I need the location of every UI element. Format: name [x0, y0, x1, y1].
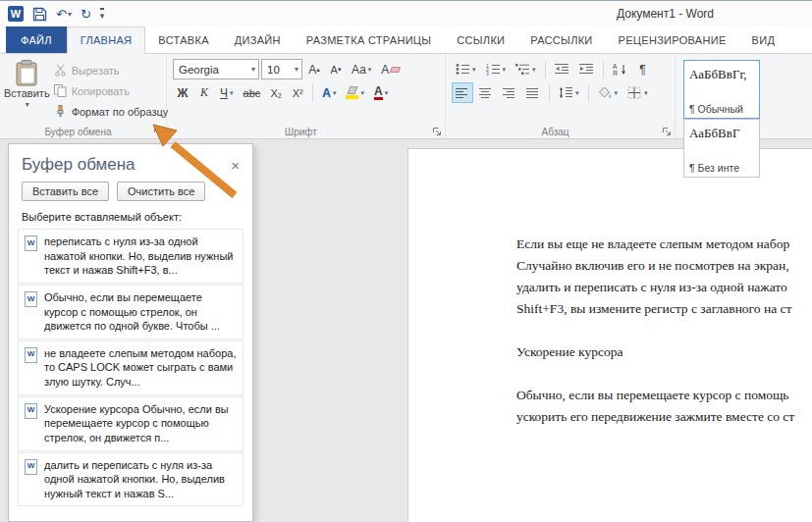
- tab-file[interactable]: ФАЙЛ: [6, 26, 67, 53]
- word-doc-icon: W: [25, 347, 37, 363]
- chevron-down-icon: ▾: [100, 11, 105, 21]
- decrease-indent-button[interactable]: [551, 59, 573, 79]
- tab-insert[interactable]: ВСТАВКА: [145, 26, 221, 53]
- highlight-button[interactable]: ▾: [342, 82, 368, 103]
- style-name: ¶ Без инте: [689, 162, 754, 174]
- font-row-2: Ж К Ч▾ abc X₂ X² А▾ ▾ А▾: [173, 82, 439, 103]
- chevron-down-icon: ▾: [295, 65, 298, 74]
- numbering-icon: 123: [486, 63, 501, 76]
- line-spacing-button[interactable]: ▾: [555, 82, 583, 103]
- chevron-down-icon: ▾: [360, 89, 364, 97]
- clipboard-dialog-launcher[interactable]: [153, 127, 163, 136]
- paragraph-row-1: ▾ 123 ▾ ▾ АЯ ¶: [452, 59, 669, 79]
- styles-group: АаБбВвГг, ¶ Обычный АаБбВвГ ¶ Без инте: [676, 54, 812, 138]
- multilevel-list-button[interactable]: ▾: [512, 59, 540, 79]
- shading-button[interactable]: ▾: [594, 82, 623, 103]
- tab-home[interactable]: ГЛАВНАЯ: [67, 26, 146, 54]
- word-doc-icon: W: [25, 459, 37, 475]
- clipboard-item[interactable]: W переписать с нуля из-за одной нажатой …: [18, 229, 244, 284]
- clipboard-item[interactable]: W Ускорение курсора Обычно, если вы пере…: [18, 396, 244, 451]
- title-bar: W ↶▾ ↻ ▾ Документ1 - Word: [0, 1, 812, 26]
- font-row-1: Georgia ▾ 10 ▾ А▴ А▾ Аа▾ А: [173, 59, 439, 79]
- cut-button[interactable]: Вырезать: [50, 60, 173, 80]
- dialog-launcher-icon: [432, 127, 442, 136]
- font-family-select[interactable]: Georgia ▾: [173, 59, 259, 79]
- chevron-down-icon: ▾: [472, 66, 476, 74]
- clipboard-item-text: далить и переписать с нуля из-за одной н…: [44, 458, 237, 501]
- clipboard-item[interactable]: W Обычно, если вы перемещаете курсор с п…: [18, 285, 244, 339]
- subscript-button[interactable]: X₂: [266, 82, 286, 103]
- paste-label: Вставить: [4, 87, 50, 99]
- increase-indent-button[interactable]: [575, 59, 598, 79]
- chevron-down-icon: ▾: [532, 66, 536, 74]
- word-doc-icon: W: [25, 291, 37, 307]
- clear-all-button[interactable]: Очистить все: [117, 182, 205, 201]
- align-left-button[interactable]: [452, 82, 473, 103]
- italic-button[interactable]: К: [194, 82, 214, 103]
- clipboard-item[interactable]: W не владеете слепым методом набора, то …: [18, 340, 244, 395]
- copy-button[interactable]: Копировать: [50, 80, 173, 101]
- format-painter-button[interactable]: Формат по образцу: [50, 101, 173, 122]
- undo-button[interactable]: ↶▾: [56, 7, 72, 22]
- copy-icon: [54, 84, 67, 97]
- text-effects-button[interactable]: А▾: [318, 82, 340, 103]
- strikethrough-button[interactable]: abc: [240, 82, 265, 103]
- bold-button[interactable]: Ж: [173, 82, 192, 103]
- chevron-down-icon: ▾: [368, 66, 372, 74]
- align-center-button[interactable]: [475, 82, 497, 103]
- clipboard-pane-title: Буфер обмена: [22, 155, 135, 175]
- tab-review[interactable]: РЕЦЕНЗИРОВАНИЕ: [606, 26, 739, 53]
- change-case-button[interactable]: Аа▾: [348, 59, 375, 79]
- tab-mailings[interactable]: РАССЫЛКИ: [517, 26, 605, 53]
- align-right-button[interactable]: [499, 82, 520, 103]
- scissors-icon: [54, 64, 67, 77]
- clipboard-group-body: Вставить ▾ Вырезать Копировать Формат по…: [4, 57, 162, 122]
- justify-icon: [526, 87, 540, 99]
- paragraph-dialog-launcher[interactable]: [662, 127, 672, 136]
- style-no-spacing[interactable]: АаБбВвГ ¶ Без инте: [683, 119, 760, 178]
- paste-all-button[interactable]: Вставить все: [22, 182, 109, 201]
- window-title: Документ1 - Word: [617, 1, 714, 26]
- align-left-icon: [456, 87, 469, 99]
- ribbon-tab-row: ФАЙЛ ГЛАВНАЯ ВСТАВКА ДИЗАЙН РАЗМЕТКА СТР…: [0, 26, 812, 54]
- svg-text:Я: Я: [613, 70, 618, 76]
- dialog-launcher-icon: [153, 127, 163, 136]
- font-size-select[interactable]: 10 ▾: [261, 59, 302, 79]
- numbering-button[interactable]: 123 ▾: [482, 59, 511, 79]
- paragraph-group: ▾ 123 ▾ ▾ АЯ ¶: [446, 54, 676, 138]
- clipboard-item-text: Ускорение курсора Обычно, если вы переме…: [44, 402, 237, 445]
- style-normal[interactable]: АаБбВвГг, ¶ Обычный: [683, 60, 760, 119]
- style-preview: АаБбВвГг,: [689, 67, 754, 82]
- save-button[interactable]: [32, 7, 47, 22]
- close-icon[interactable]: ×: [228, 157, 243, 174]
- shrink-font-button[interactable]: А▾: [326, 59, 346, 79]
- underline-button[interactable]: Ч▾: [216, 82, 238, 103]
- dialog-launcher-icon: [662, 127, 672, 136]
- grow-font-button[interactable]: А▴: [304, 59, 324, 79]
- sort-button[interactable]: АЯ: [609, 59, 631, 79]
- divider: [312, 84, 313, 102]
- justify-button[interactable]: [522, 82, 544, 103]
- show-paragraph-marks-button[interactable]: ¶: [633, 59, 653, 79]
- chevron-down-icon: ▾: [644, 89, 648, 97]
- customize-qat-button[interactable]: ▾: [100, 8, 105, 21]
- paste-button[interactable]: Вставить ▾: [4, 57, 50, 122]
- tab-references[interactable]: ССЫЛКИ: [444, 26, 517, 53]
- clipboard-group-label: Буфер обмена: [4, 127, 152, 137]
- superscript-button[interactable]: X²: [288, 82, 307, 103]
- borders-button[interactable]: ▾: [623, 82, 652, 103]
- bullets-button[interactable]: ▾: [452, 59, 480, 79]
- clipboard-item[interactable]: W далить и переписать с нуля из-за одной…: [18, 452, 244, 507]
- clear-formatting-button[interactable]: А: [377, 59, 404, 79]
- font-group: Georgia ▾ 10 ▾ А▴ А▾ Аа▾ А Ж К Ч▾ abc X₂…: [167, 54, 446, 138]
- tab-design[interactable]: ДИЗАЙН: [222, 26, 294, 53]
- tab-page-layout[interactable]: РАЗМЕТКА СТРАНИЦЫ: [294, 26, 445, 53]
- document-page[interactable]: Если вы еще не владеете слепым методом н…: [407, 148, 812, 522]
- font-dialog-launcher[interactable]: [432, 127, 442, 136]
- word-app-window: { "titlebar": { "title": "Документ1 - Wo…: [0, 0, 812, 522]
- font-color-button[interactable]: А▾: [370, 82, 392, 103]
- chevron-down-icon: ▾: [615, 89, 619, 97]
- align-center-icon: [479, 87, 493, 99]
- redo-button[interactable]: ↻: [81, 7, 91, 22]
- tab-view[interactable]: ВИД: [739, 26, 788, 53]
